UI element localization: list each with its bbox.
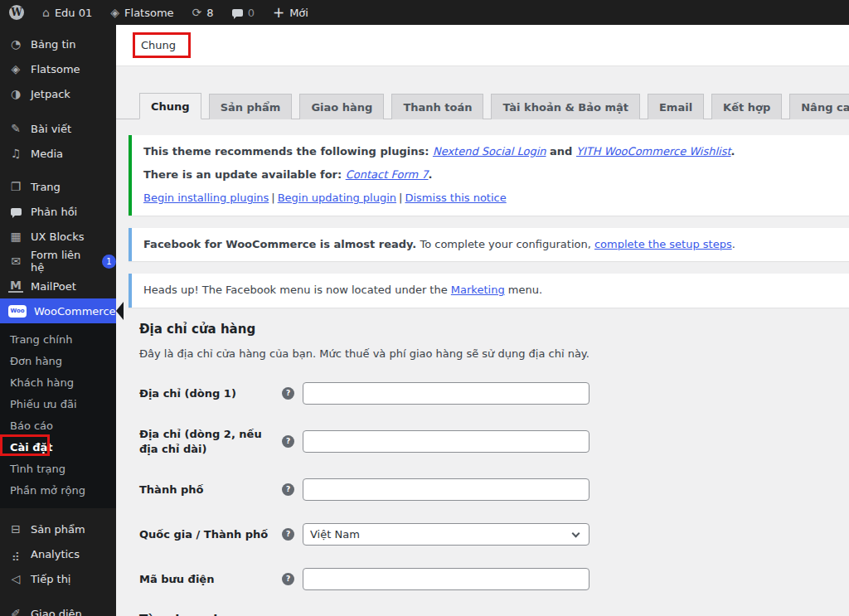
help-icon[interactable]: ? (282, 435, 294, 448)
products-icon: ⊟ (8, 522, 23, 536)
address-line1-input[interactable] (303, 382, 589, 405)
sidebar-item-contact-form[interactable]: ✉ Form liên hệ 1 (0, 249, 116, 274)
country-select-value: Việt Nam (310, 528, 360, 541)
field-label: Địa chỉ (dòng 2, nếu địa chỉ dài) (139, 427, 282, 456)
tab-general[interactable]: Chung (139, 93, 201, 119)
sidebar-item-label: Phản hồi (31, 206, 77, 218)
submenu-item-settings[interactable]: Cài đặt (0, 437, 116, 458)
help-icon[interactable]: ? (282, 387, 294, 400)
sidebar-item-ux-blocks[interactable]: ▦ UX Blocks (0, 224, 116, 249)
tab-products[interactable]: Sản phẩm (209, 94, 293, 119)
notice-line: This theme recommends the following plug… (143, 144, 837, 160)
tab-accounts-privacy[interactable]: Tài khoản & Bảo mật (491, 94, 640, 119)
tab-integration[interactable]: Kết hợp (711, 94, 782, 119)
sidebar-item-posts[interactable]: ✎ Bài viết (0, 116, 116, 141)
begin-installing-plugins-link[interactable]: Begin installing plugins (143, 192, 269, 204)
submenu-item-home[interactable]: Trang chính (0, 329, 116, 351)
form-row-country: Quốc gia / Thành phố ? Việt Nam (139, 523, 849, 546)
sidebar-item-label: Trang (31, 181, 61, 193)
sidebar-item-comments[interactable]: Phản hồi (0, 199, 116, 224)
notice-text: Heads up! The Facebook menu is now locat… (143, 284, 451, 296)
notice-text: There is an update available for: (143, 168, 346, 181)
sidebar-item-label: Form liên hệ (31, 249, 91, 274)
sidebar-item-media[interactable]: ♫ Media (0, 141, 116, 166)
plus-icon: + (273, 6, 284, 20)
submenu-item-customers[interactable]: Khách hàng (0, 372, 116, 394)
updates-link[interactable]: ⟳ 8 (183, 0, 223, 25)
sidebar-item-label: UX Blocks (31, 230, 85, 243)
settings-tabbar: Chung Sản phẩm Giao hàng Thanh toán Tài … (116, 93, 849, 119)
dashboard-icon: ◔ (8, 37, 23, 51)
country-select[interactable]: Việt Nam (303, 523, 589, 546)
begin-updating-plugin-link[interactable]: Begin updating plugin (278, 192, 396, 204)
field-label: Địa chỉ (dòng 1) (139, 386, 282, 401)
tab-shipping[interactable]: Giao hàng (299, 94, 384, 119)
notice-actions: Begin installing plugins|Begin updating … (143, 191, 837, 206)
field-label: Thành phố (139, 483, 282, 497)
complete-setup-steps-link[interactable]: complete the setup steps (594, 238, 732, 250)
sidebar-item-marketing[interactable]: ◁ Tiếp thị (0, 566, 116, 591)
sidebar-item-analytics[interactable]: ⣴ Analytics (0, 541, 116, 566)
main-content: Chung Chung Sản phẩm Giao hàng Thanh toá… (116, 25, 849, 616)
notice-text: . (732, 238, 735, 250)
tab-email[interactable]: Email (648, 94, 704, 119)
tab-payments[interactable]: Thanh toán (391, 94, 483, 119)
sidebar-item-dashboard[interactable]: ◔ Bảng tin (0, 32, 116, 56)
submenu-label: Cài đặt (10, 441, 53, 454)
sidebar: ◔ Bảng tin ◈ Flatsome ◑ Jetpack ✎ Bài vi… (0, 25, 116, 616)
posts-icon: ✎ (8, 122, 23, 135)
sidebar-item-appearance[interactable]: ✐ Giao diện (0, 601, 116, 616)
site-name-link[interactable]: ⌂ Edu 01 (33, 0, 101, 25)
submenu-item-orders[interactable]: Đơn hàng (0, 351, 116, 372)
contact-form-7-link[interactable]: Contact Form 7 (346, 168, 429, 181)
submenu-label: Đơn hàng (10, 355, 62, 367)
page-title: Chung (141, 39, 176, 51)
address-line2-input[interactable] (303, 430, 589, 453)
woocommerce-submenu: Trang chính Đơn hàng Khách hàng Phiếu ưu… (0, 323, 116, 508)
help-icon[interactable]: ? (282, 573, 294, 585)
submenu-label: Khách hàng (10, 376, 74, 389)
postcode-input[interactable] (303, 568, 589, 590)
yith-wishlist-link[interactable]: YITH WooCommerce Wishlist (576, 145, 731, 158)
comments-link[interactable]: 0 (223, 0, 264, 25)
marketing-menu-link[interactable]: Marketing (451, 284, 505, 296)
dismiss-notice-link[interactable]: Dismiss this notice (405, 192, 506, 204)
home-icon: ⌂ (42, 7, 50, 18)
sidebar-item-label: Media (31, 148, 63, 160)
sidebar-item-label: WooCommerce (34, 305, 116, 318)
form-row-address1: Địa chỉ (dòng 1) ? (139, 382, 849, 405)
notice-line: Heads up! The Facebook menu is now locat… (143, 283, 837, 298)
sidebar-item-woocommerce[interactable]: Woo WooCommerce (0, 298, 116, 323)
notice-text: Facebook for WooCommerce is almost ready… (143, 238, 416, 250)
help-icon[interactable]: ? (282, 528, 294, 541)
new-content-menu[interactable]: + Mới (264, 0, 318, 25)
city-input[interactable] (303, 478, 589, 501)
woocommerce-icon: Woo (8, 305, 27, 318)
wordpress-menu[interactable]: W (0, 0, 33, 25)
sidebar-item-pages[interactable]: ❐ Trang (0, 174, 116, 199)
sidebar-item-label: Bài viết (31, 123, 71, 135)
mailpoet-icon: M (8, 280, 23, 293)
nextend-social-login-link[interactable]: Nextend Social Login (433, 145, 546, 158)
section-heading: Địa chỉ cửa hàng (139, 322, 849, 337)
sidebar-item-jetpack[interactable]: ◑ Jetpack (0, 81, 116, 106)
sidebar-item-products[interactable]: ⊟ Sản phẩm (0, 517, 116, 541)
help-icon[interactable]: ? (282, 483, 294, 496)
submenu-item-status[interactable]: Tình trạng (0, 458, 116, 480)
admin-bar: W ⌂ Edu 01 ◈ Flatsome ⟳ 8 0 + Mới (0, 0, 849, 25)
notice-text: and (546, 145, 576, 158)
sidebar-item-mailpoet[interactable]: M MailPoet (0, 274, 116, 298)
submenu-item-extensions[interactable]: Phần mở rộng (0, 480, 116, 502)
tab-advanced[interactable]: Nâng cao (789, 94, 849, 119)
store-address-section: Địa chỉ cửa hàng Đây là địa chỉ cửa hàng… (116, 322, 849, 616)
media-icon: ♫ (8, 147, 23, 160)
flatsome-menu[interactable]: ◈ Flatsome (101, 0, 182, 25)
current-menu-arrow-icon (116, 302, 124, 320)
updates-count: 8 (206, 7, 213, 19)
theme-plugins-notice: This theme recommends the following plug… (129, 135, 849, 216)
sidebar-item-flatsome[interactable]: ◈ Flatsome (0, 56, 116, 81)
submenu-item-reports[interactable]: Báo cáo (0, 415, 116, 437)
submenu-item-coupons[interactable]: Phiếu ưu đãi (0, 394, 116, 415)
jetpack-icon: ◑ (8, 87, 23, 100)
updates-icon: ⟳ (192, 7, 202, 18)
